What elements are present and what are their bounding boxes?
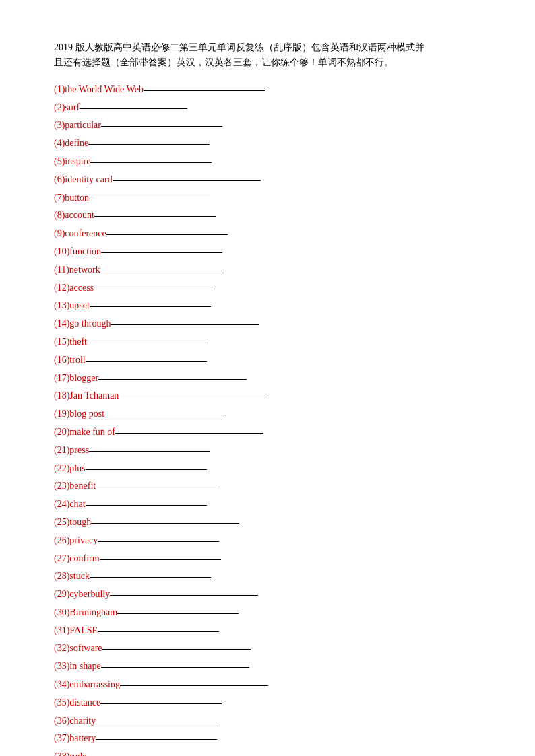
vocab-label: (33)in shape bbox=[54, 658, 101, 675]
list-item: (17)blogger bbox=[54, 370, 481, 386]
vocab-label: (23)benefit bbox=[54, 478, 96, 494]
list-item: (25)tough bbox=[54, 514, 481, 530]
vocab-underline bbox=[96, 487, 217, 487]
vocab-label: (5)inspire bbox=[54, 153, 90, 170]
vocab-underline bbox=[98, 631, 219, 632]
vocab-label: (21)press bbox=[54, 442, 89, 458]
vocab-underline bbox=[120, 685, 268, 686]
list-item: (28)stuck bbox=[54, 568, 481, 584]
list-item: (34)embarrassing bbox=[54, 677, 481, 693]
list-item: (23)benefit bbox=[54, 478, 481, 494]
list-item: (32)software bbox=[54, 640, 481, 656]
list-item: (9)conference bbox=[54, 226, 481, 242]
vocab-label: (18)Jan Tchaman bbox=[54, 388, 119, 404]
list-item: (29)cyberbully bbox=[54, 586, 481, 603]
vocab-underline bbox=[100, 271, 222, 271]
vocab-label: (28)stuck bbox=[54, 568, 90, 584]
vocab-label: (15)theft bbox=[54, 334, 87, 350]
vocab-label: (25)tough bbox=[54, 514, 91, 530]
vocab-underline bbox=[86, 505, 207, 506]
vocab-underline bbox=[90, 577, 211, 578]
vocab-underline bbox=[102, 649, 251, 650]
list-item: (30)Birmingham bbox=[54, 605, 481, 621]
list-item: (36)charity bbox=[54, 713, 481, 729]
vocab-underline bbox=[87, 343, 208, 343]
list-item: (31)FALSE bbox=[54, 623, 481, 639]
vocab-underline bbox=[89, 451, 210, 452]
vocabulary-list: (1)the World Wide Web(2)surf(3)particula… bbox=[54, 81, 481, 756]
list-item: (2)surf bbox=[54, 100, 481, 116]
list-item: (3)particular bbox=[54, 117, 481, 133]
list-item: (6)identity card bbox=[54, 172, 481, 188]
header-line2: 且还有选择题（全部带答案）英汉，汉英各三套，让你练个够！单词不熟都不行。 bbox=[54, 55, 481, 70]
vocab-underline bbox=[94, 289, 215, 289]
vocab-underline bbox=[89, 199, 210, 199]
vocab-label: (35)distance bbox=[54, 695, 100, 711]
list-item: (11)network bbox=[54, 262, 481, 278]
vocab-label: (19)blog post bbox=[54, 406, 104, 422]
vocab-label: (11)network bbox=[54, 262, 100, 278]
vocab-label: (24)chat bbox=[54, 496, 86, 512]
vocab-underline bbox=[144, 90, 265, 91]
list-item: (13)upset bbox=[54, 298, 481, 314]
vocab-label: (7)button bbox=[54, 190, 89, 206]
vocab-underline bbox=[91, 523, 239, 524]
vocab-underline bbox=[106, 234, 228, 235]
vocab-label: (27)confirm bbox=[54, 551, 100, 567]
vocab-label: (12)access bbox=[54, 280, 94, 296]
list-item: (12)access bbox=[54, 280, 481, 296]
vocab-label: (22)plus bbox=[54, 460, 86, 477]
vocab-label: (32)software bbox=[54, 640, 102, 656]
vocab-underline bbox=[101, 126, 222, 127]
vocab-label: (2)surf bbox=[54, 100, 80, 116]
list-item: (38)rude bbox=[54, 749, 481, 756]
vocab-underline bbox=[94, 216, 216, 217]
vocab-label: (8)account bbox=[54, 207, 94, 224]
list-item: (1)the World Wide Web bbox=[54, 81, 481, 98]
vocab-label: (3)particular bbox=[54, 117, 101, 133]
vocab-label: (17)blogger bbox=[54, 370, 98, 386]
vocab-label: (6)identity card bbox=[54, 172, 113, 188]
vocab-underline bbox=[117, 613, 239, 614]
vocab-label: (31)FALSE bbox=[54, 623, 98, 639]
list-item: (5)inspire bbox=[54, 153, 481, 170]
vocab-underline bbox=[104, 415, 226, 415]
list-item: (10)function bbox=[54, 244, 481, 260]
list-item: (14)go through bbox=[54, 316, 481, 332]
vocab-underline bbox=[98, 379, 247, 380]
vocab-label: (9)conference bbox=[54, 226, 106, 242]
list-item: (21)press bbox=[54, 442, 481, 458]
vocab-underline bbox=[88, 144, 210, 145]
list-item: (37)battery bbox=[54, 730, 481, 747]
list-item: (20)make fun of bbox=[54, 424, 481, 440]
vocab-underline bbox=[113, 180, 261, 181]
vocab-label: (1)the World Wide Web bbox=[54, 81, 144, 98]
list-item: (22)plus bbox=[54, 460, 481, 477]
vocab-underline bbox=[101, 667, 249, 668]
list-item: (19)blog post bbox=[54, 406, 481, 422]
vocab-label: (38)rude bbox=[54, 749, 86, 756]
list-item: (18)Jan Tchaman bbox=[54, 388, 481, 404]
list-item: (16)troll bbox=[54, 352, 481, 368]
vocab-underline bbox=[100, 703, 222, 704]
vocab-underline bbox=[96, 722, 217, 722]
header-line1: 2019 版人教版高中英语必修二第三单元单词反复练（乱序版）包含英语和汉语两种模… bbox=[54, 40, 481, 55]
vocab-underline bbox=[115, 433, 263, 434]
vocab-underline bbox=[90, 306, 211, 307]
list-item: (26)privacy bbox=[54, 532, 481, 549]
vocab-underline bbox=[111, 324, 259, 325]
vocab-label: (4)define bbox=[54, 135, 88, 151]
vocab-label: (30)Birmingham bbox=[54, 605, 117, 621]
list-item: (8)account bbox=[54, 207, 481, 224]
vocab-label: (10)function bbox=[54, 244, 101, 260]
vocab-label: (20)make fun of bbox=[54, 424, 115, 440]
list-item: (35)distance bbox=[54, 695, 481, 711]
vocab-underline bbox=[100, 559, 221, 560]
vocab-underline bbox=[86, 361, 207, 362]
vocab-underline bbox=[101, 252, 222, 253]
vocab-underline bbox=[96, 739, 217, 740]
vocab-label: (34)embarrassing bbox=[54, 677, 120, 693]
vocab-label: (37)battery bbox=[54, 730, 96, 747]
list-item: (24)chat bbox=[54, 496, 481, 512]
vocab-underline bbox=[110, 595, 258, 596]
